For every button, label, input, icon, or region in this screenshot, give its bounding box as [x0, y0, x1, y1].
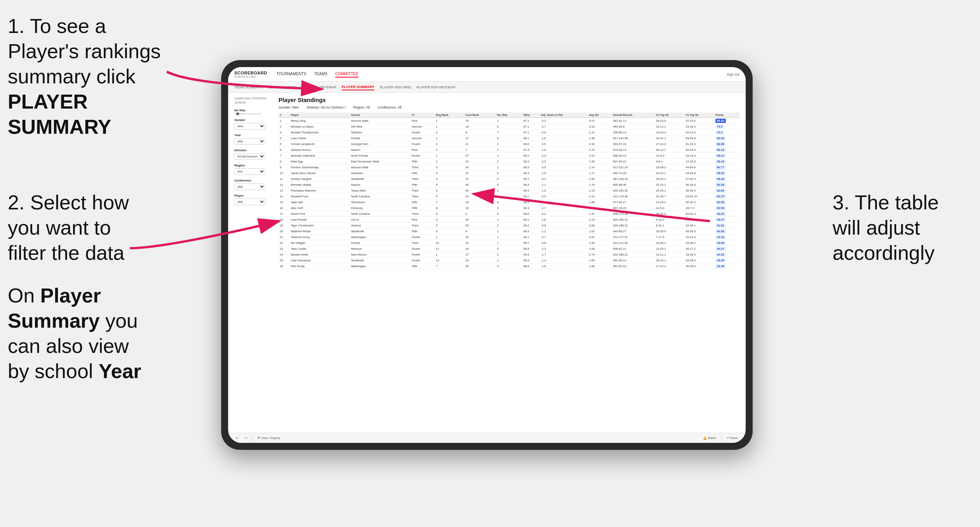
filter-region: Region N/A All: [234, 164, 273, 175]
cell-yr: Fifth: [410, 228, 435, 234]
subnav-team-h2h-heatmap[interactable]: TEAM H2H HEATMAP: [301, 85, 336, 90]
cell-points: 38.45: [714, 263, 739, 269]
cell-reg-rank: 2: [435, 141, 464, 147]
cell-conf-rank: 18: [464, 199, 496, 205]
cell-avg-sg: 1.56: [588, 263, 612, 269]
conference-select[interactable]: (All): [234, 183, 265, 190]
table-row: 23 Jack Lundin Missouri Fourth 11 24 0 6…: [279, 246, 739, 252]
nav-tournaments[interactable]: TOURNAMENTS: [276, 71, 306, 78]
no-rds-slider[interactable]: [234, 113, 261, 114]
cell-top50: 54-51-4: [684, 211, 714, 217]
cell-avg-sg: 1.71: [588, 170, 612, 176]
cell-wins: 68.5: [522, 199, 540, 205]
cell-adj: -0.3: [540, 176, 588, 182]
table-row: 10 Jacob Skov Olesen Arkansas Fifth 3 22…: [279, 170, 739, 176]
division-select[interactable]: NCAA Division I NCAA Division II NCAA Di…: [234, 153, 265, 160]
undo-btn[interactable]: ↩: [234, 436, 240, 440]
sign-out-link[interactable]: Sign out: [727, 73, 739, 76]
watch-btn[interactable]: 🔔 Watch: [701, 436, 718, 440]
cell-player: Petr Hruby: [289, 263, 350, 269]
cell-top50: 53-51-10: [684, 194, 714, 199]
cell-adj: -1.5: [540, 199, 588, 205]
subnav-player-h2h-grid[interactable]: PLAYER H2H GRID: [380, 85, 411, 90]
cell-points: 40.69: [714, 240, 739, 246]
cell-conf-rank: 23: [464, 194, 496, 199]
col-overall: Overall Record: [612, 112, 655, 118]
cell-school: UCLA: [350, 217, 411, 223]
gender-select[interactable]: Men Women: [234, 123, 265, 130]
cell-reg-rank: 1: [435, 135, 464, 141]
cell-rds: 0: [496, 194, 522, 199]
cell-points: 40.02: [714, 252, 739, 257]
cell-reg-rank: 7: [435, 263, 464, 269]
cell-top25: 20-25-9: [655, 228, 685, 234]
table-row: 6 Jackson Koivun Auburn First 2 7 1 67.3…: [279, 147, 739, 153]
cell-overall: 562-82-23: [612, 263, 655, 269]
cell-rds: 0: [496, 205, 522, 211]
cell-points: 40.27: [714, 246, 739, 252]
cell-rds: 1: [496, 188, 522, 194]
player-select[interactable]: (All): [234, 199, 265, 205]
cell-wins: 69.1: [522, 217, 540, 223]
year-select[interactable]: (All) First Second Third Fourth Fifth: [234, 138, 265, 145]
filter-conference: Conference (All): [234, 179, 273, 190]
cell-adj: -1.2: [540, 257, 588, 263]
cell-avg-sg: 1.92: [588, 205, 612, 211]
table-row: 20 Matthew Riedel Vanderbilt Fifth 5 8 1…: [279, 228, 739, 234]
cell-yr: Third: [410, 194, 435, 199]
table-row: 18 Luke Powell UCLA First 4 24 1 69.1 -1…: [279, 217, 739, 223]
cell-overall: 400-72-25: [612, 170, 655, 176]
nav-committee[interactable]: COMMITTEE: [335, 71, 358, 78]
cell-top25: 24-31-1: [655, 135, 685, 141]
cell-rank: 25: [279, 257, 289, 263]
cell-top50: 12-16-3: [684, 159, 714, 164]
cell-conf-rank: 24: [464, 217, 496, 223]
cell-top25: 10-11-1: [655, 124, 685, 130]
cell-school: Auburn: [350, 182, 411, 188]
cell-school: Vanderbilt: [350, 176, 411, 182]
subnav-team-summary[interactable]: TEAM SUMMARY: [234, 85, 263, 90]
cell-avg-sg: 3.10: [588, 124, 612, 130]
col-rank: #: [279, 112, 289, 118]
cell-school: Texas A&M: [350, 188, 411, 194]
cell-yr: Fourth: [410, 257, 435, 263]
table-row: 24 Bastien Amat New Mexico Fourth 1 27 2…: [279, 252, 739, 257]
region-select[interactable]: N/A All: [234, 168, 265, 175]
cell-adj: -2.5: [540, 159, 588, 164]
cell-yr: Fifth: [410, 263, 435, 269]
cell-rank: 9: [279, 164, 289, 170]
cell-rank: 26: [279, 263, 289, 269]
cell-school: North Florida: [350, 153, 411, 159]
cell-adj: -2.3: [540, 153, 588, 159]
redo-btn[interactable]: ↪: [243, 436, 249, 440]
cell-rds: 0: [496, 124, 522, 130]
cell-conf-rank: 27: [464, 153, 496, 159]
nav-teams[interactable]: TEAMS: [314, 71, 327, 78]
sidebar-filters: Update time: 27/03/2024 16:56:26 No Rds.…: [234, 97, 273, 429]
table-scroll-container[interactable]: # Player School Yr Reg Rank Conf Rank No…: [279, 112, 739, 429]
view-original-btn[interactable]: 👁 View: Original: [256, 436, 282, 440]
subnav-player-summary[interactable]: PLAYER SUMMARY: [342, 84, 374, 90]
cell-top25: 20-14-1: [655, 170, 685, 176]
cell-player: Michael Thorbjornsen: [289, 130, 350, 135]
subnav-team-h2h-grid[interactable]: TEAM H2H GRID: [268, 85, 296, 90]
cell-points: 38.95: [714, 257, 739, 263]
cell-yr: Third: [410, 240, 435, 246]
table-row: 2 Michael La Sasso Ole Miss Second 1 18 …: [279, 124, 739, 130]
cell-top50: 35-26-4: [684, 263, 714, 269]
cell-top25: 14-20-1: [655, 246, 685, 252]
filter-player-label: Player: [234, 194, 273, 197]
cell-overall: 508-82-21: [612, 246, 655, 252]
cell-wins: 68.4: [522, 182, 540, 188]
cell-conf-rank: 8: [464, 130, 496, 135]
cell-player: Luke Powell: [289, 217, 350, 223]
cell-points: 79.3: [714, 124, 739, 130]
cell-rank: 11: [279, 176, 289, 182]
cell-yr: Fourth: [410, 130, 435, 135]
cell-top25: 20-25-1: [655, 188, 685, 194]
cell-top25: 14-26-1: [655, 240, 685, 246]
share-btn[interactable]: ↗ Share: [725, 436, 739, 440]
cell-reg-rank: 1: [435, 153, 464, 159]
subnav-player-h2h-heatmap[interactable]: PLAYER H2H HEATMAP: [416, 85, 455, 90]
cell-adj: -0.5: [540, 164, 588, 170]
